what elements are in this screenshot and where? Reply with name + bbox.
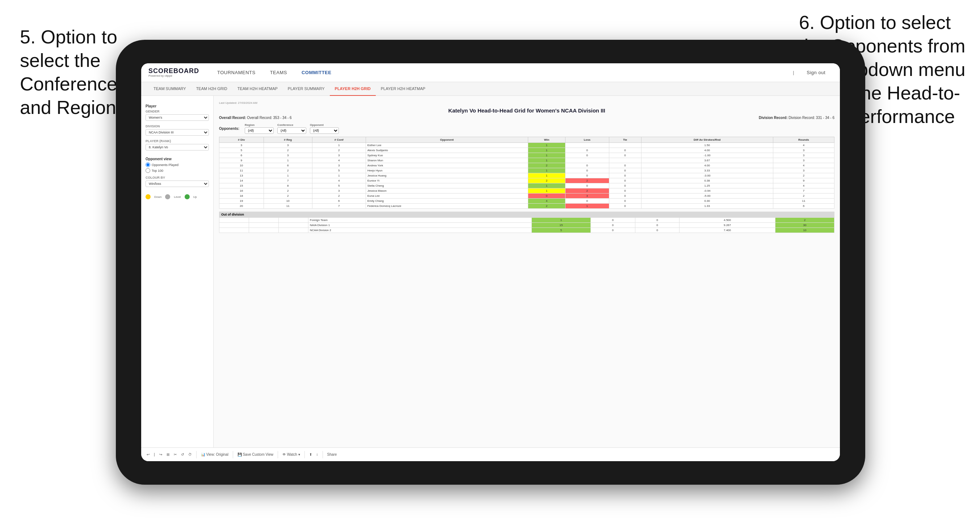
table-row: 20 11 7 Federica Domecq Lacroze 2 1 0 1.… [220,204,834,209]
tablet-screen: SCOREBOARD Powered by clippd TOURNAMENTS… [141,63,840,461]
cell-rounds: 6 [773,204,834,209]
save-custom-view-button[interactable]: 💾 Save Custom View [237,452,273,457]
cell-div: 3 [220,143,264,148]
cell-rounds: 3 [773,158,834,163]
cell-reg: 7 [264,178,312,183]
grid-button[interactable]: ⊞ [167,452,169,457]
nav-tournaments[interactable]: TOURNAMENTS [210,63,263,82]
cell-loss: 2 [565,178,609,183]
cell-loss [565,143,609,148]
opponent-view-radio-group: Opponents Played Top 100 [146,162,209,173]
cell-diff: 7.400 [679,228,775,233]
share-button[interactable]: Share [327,452,337,457]
region-filter-select[interactable]: (All) [245,127,274,134]
cell-rounds: 2 [773,194,834,198]
cell-tie: 0 [635,228,679,233]
tablet-device: SCOREBOARD Powered by clippd TOURNAMENTS… [116,40,865,485]
cell-diff: 9.267 [679,223,775,228]
cell-opponent: Stella Cheng [366,183,528,189]
col-win: Win [528,137,565,143]
cell-conf: 3 [312,153,366,158]
nav-items: TOURNAMENTS TEAMS COMMITTEE [210,63,793,82]
cell-tie: 0 [635,218,679,223]
cell-loss: 0 [565,198,609,204]
table-row: 10 6 3 Andrea York 2 0 0 4.00 4 [220,163,834,168]
cell-diff: 3.33 [641,168,773,173]
cell-loss: 0 [565,168,609,173]
cell-rounds: 2 [775,218,834,223]
cell-diff: 1.50 [641,143,773,148]
opponents-played-option[interactable]: Opponents Played [146,162,209,167]
nav-committee[interactable]: COMMITTEE [294,63,339,82]
opponent-filter-select[interactable]: (All) [310,127,339,134]
player-rank-select[interactable]: 8. Katelyn Vo [146,144,209,151]
cell-div: 14 [220,178,264,183]
ood-table-row: Foreign Team 1 0 0 4.500 2 [220,218,834,223]
top100-option[interactable]: Top 100 [146,168,209,173]
view-original-button[interactable]: 📊 View: Original [201,452,228,457]
cell-div: 18 [220,194,264,198]
timer-button[interactable]: ⏱ [188,452,192,457]
filter-row: Opponents: Region (All) Conference (All) [219,123,834,134]
down-indicator [146,194,151,199]
cell-div: 16 [220,189,264,194]
logo: SCOREBOARD Powered by clippd [148,68,199,78]
table-row: 18 2 2 Euna Lee 0 3 0 -5.00 2 [220,194,834,198]
cell-div: 15 [220,183,264,189]
cell-loss: 0 [591,228,635,233]
cell-reg [249,218,279,223]
subnav-player-summary[interactable]: PLAYER SUMMARY [283,82,330,96]
h2h-table: # Div # Reg # Conf Opponent Win Loss Tie… [219,137,834,209]
refresh-button[interactable]: ↺ [181,452,184,457]
cell-rounds: 3 [773,168,834,173]
cell-tie [609,143,641,148]
toolbar-divider [196,451,197,458]
content-area: Player Gender Women's Division NCAA Divi… [141,96,840,448]
cell-div: 10 [220,163,264,168]
cell-conf: 6 [312,198,366,204]
subnav-team-h2h-grid[interactable]: TEAM H2H GRID [191,82,232,96]
watch-button[interactable]: 👁 Watch ▾ [282,452,300,457]
subnav-player-h2h-grid[interactable]: PLAYER H2H GRID [330,82,376,96]
cell-rounds: 7 [773,189,834,194]
colour-by-select[interactable]: Win/loss [146,181,209,187]
cell-tie [609,158,641,163]
table-row: 3 3 1 Esther Lee 1 1.50 4 [220,143,834,148]
upload-button[interactable]: ⬆ [309,452,312,457]
sign-out-button[interactable]: Sign out [799,63,833,82]
cell-diff: 1.33 [641,204,773,209]
cell-conf: 7 [312,204,366,209]
cell-reg: 8 [264,183,312,189]
cell-reg: 2 [264,168,312,173]
toolbar-divider3 [278,451,278,458]
cell-rounds: 4 [773,163,834,168]
gender-select[interactable]: Women's [146,114,209,121]
division-select[interactable]: NCAA Division III [146,129,209,136]
table-row: 19 10 6 Emily Chang 4 0 0 0.30 11 [220,198,834,204]
cell-reg: 11 [264,204,312,209]
subnav-team-h2h-heatmap[interactable]: TEAM H2H HEATMAP [232,82,283,96]
toolbar-divider2 [233,451,233,458]
cell-tie: 0 [609,194,641,198]
cell-win: 5 [531,228,590,233]
cell-opponent: NAIA Division 1 [309,223,532,228]
redo-button[interactable]: ↪ [159,452,162,457]
nav-teams[interactable]: TEAMS [263,63,294,82]
expand-button[interactable]: ↕ [317,452,318,457]
subnav-player-h2h-heatmap[interactable]: PLAYER H2H HEATMAP [376,82,430,96]
opponents-played-label: Opponents Played [152,163,178,167]
subnav-team-summary[interactable]: TEAM SUMMARY [148,82,191,96]
record-row: Overall Record: Overall Record: 353 - 34… [219,116,834,120]
conference-filter-select[interactable]: (All) [277,127,306,134]
cell-diff: 4.00 [641,163,773,168]
color-indicators: Down Level Up [146,194,209,199]
opponent-filter-group: Opponent (All) [310,123,339,134]
cell-reg: 6 [264,163,312,168]
col-reg: # Reg [264,137,312,143]
cut-button[interactable]: ✂ [174,452,177,457]
cell-win: 1 [528,158,565,163]
undo-button[interactable]: ↩ [146,452,150,457]
cell-conf: 1 [312,173,366,178]
cell-opponent: Sharon Mun [366,158,528,163]
table-row: 9 1 4 Sharon Mun 1 3.67 3 [220,158,834,163]
